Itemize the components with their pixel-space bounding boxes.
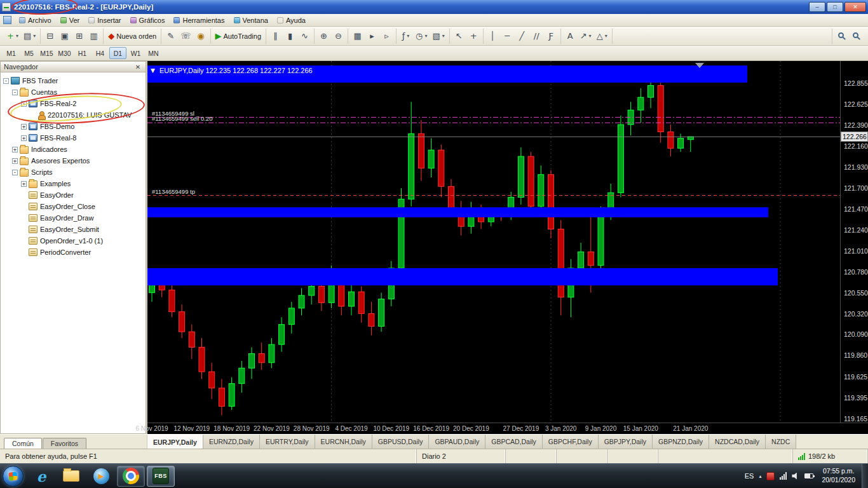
crosshair-button[interactable]: + <box>466 29 481 44</box>
order-lines[interactable]: #1134659499 sl#1134659499 sell 0.20#1134… <box>147 110 840 196</box>
taskbar-app-explorer[interactable] <box>57 466 85 487</box>
nav-item-fbs-trader[interactable]: -FBS Trader <box>1 75 146 86</box>
new-order-button[interactable]: ◆Nueva orden <box>105 29 159 44</box>
show-desktop-button[interactable] <box>862 464 868 488</box>
menu-item-ayuda[interactable]: Ayuda <box>273 15 310 25</box>
auto-scroll-button[interactable]: ▸ <box>365 29 379 44</box>
nav-item-scripts[interactable]: -Scripts <box>1 166 146 178</box>
nav-item-easyorder-draw[interactable]: EasyOrder_Draw <box>1 212 146 224</box>
line-chart-button[interactable]: ∿ <box>297 29 312 44</box>
new-chart-button[interactable]: +▾ <box>4 29 21 44</box>
nav-item-examples[interactable]: +Examples <box>1 178 146 189</box>
periods-button[interactable]: ◷▾ <box>413 29 430 44</box>
timeframe-m15[interactable]: M15 <box>38 47 55 59</box>
chart-tab-gbpnzd-daily[interactable]: GBPNZD,Daily <box>653 435 709 449</box>
timeframe-h4[interactable]: H4 <box>92 47 109 59</box>
chart-tab-eurtry-daily[interactable]: EURTRY,Daily <box>260 435 315 449</box>
timeframe-d1[interactable]: D1 <box>109 47 126 59</box>
tree-expand-icon[interactable]: + <box>12 147 18 152</box>
hidden-icons-chevron[interactable]: ▴ <box>759 473 761 479</box>
nav-item-periodconverter[interactable]: PeriodConverter <box>1 247 146 258</box>
chart-tab-gbpaud-daily[interactable]: GBPAUD,Daily <box>429 435 485 449</box>
chat-button[interactable]: ☏ <box>178 29 193 44</box>
minimize-button[interactable]: – <box>809 2 825 12</box>
chart-tab-eurjpy-daily[interactable]: EURJPY,Daily <box>147 435 203 449</box>
nav-item-indicadores[interactable]: +Indicadores <box>1 144 146 155</box>
tree-expand-icon[interactable]: - <box>12 170 18 175</box>
nav-item-fbs-real-8[interactable]: +FBS-Real-8 <box>1 132 146 144</box>
chart-tab-gbpcad-daily[interactable]: GBPCAD,Daily <box>485 435 543 449</box>
text-label-button[interactable]: A <box>563 29 578 44</box>
nav-item-easyorder-submit[interactable]: EasyOrder_Submit <box>1 224 146 235</box>
chart-tab-gbpjpy-daily[interactable]: GBPJPY,Daily <box>599 435 653 449</box>
taskbar-app-fbs[interactable]: FBS <box>147 466 175 487</box>
navigator-toggle-button[interactable]: ⊞ <box>72 29 86 44</box>
tree-expand-icon[interactable]: + <box>21 124 27 130</box>
tree-expand-icon[interactable]: - <box>12 90 18 95</box>
menu-item-ventana[interactable]: Ventana <box>229 15 273 25</box>
price-scale[interactable]: 122.855122.625122.390122.160121.930121.7… <box>840 61 868 423</box>
tree-expand-icon[interactable]: - <box>3 78 9 84</box>
terminal-button[interactable]: ▥ <box>86 29 101 44</box>
chart-tab-eurnzd-daily[interactable]: EURNZD,Daily <box>203 435 260 449</box>
tree-expand-icon[interactable]: + <box>21 181 27 187</box>
menu-item-insertar[interactable]: Insertar <box>84 15 125 25</box>
taskbar-app-chrome[interactable] <box>117 466 145 487</box>
tile-windows-button[interactable]: ▦ <box>350 29 365 44</box>
chart-tab-eurcnh-daily[interactable]: EURCNH,Daily <box>315 435 372 449</box>
nav-item-fbs-demo[interactable]: +FBS-Demo <box>1 121 146 132</box>
one-click-trading-icon[interactable]: ▼ <box>151 67 155 74</box>
menu-item-ver[interactable]: Ver <box>56 15 85 25</box>
shapes-button[interactable]: △▾ <box>594 29 610 44</box>
trendline-button[interactable]: ╱ <box>515 29 529 44</box>
start-button[interactable] <box>3 466 24 487</box>
menu-item-herramientas[interactable]: Herramientas <box>169 15 229 25</box>
arrow-tools-button[interactable]: ↗▾ <box>578 29 594 44</box>
timeframe-mn[interactable]: MN <box>145 47 162 59</box>
data-window-button[interactable]: ▣ <box>57 29 72 44</box>
autotrading-button[interactable]: ▶AutoTrading <box>213 29 264 44</box>
zoom-out-button[interactable]: ⊖ <box>331 29 346 44</box>
search-button[interactable] <box>834 29 849 44</box>
clock[interactable]: 07:55 p.m. 20/01/2020 <box>818 467 858 484</box>
navigator-tab-favoritos[interactable]: Favoritos <box>43 438 86 449</box>
close-button[interactable]: ✕ <box>844 2 866 12</box>
fibonacci-button[interactable]: Ƒ <box>544 29 559 44</box>
chart-shift-button[interactable]: ▹ <box>379 29 394 44</box>
navigator-close-icon[interactable]: ✕ <box>133 64 142 71</box>
taskbar-app-media-player[interactable]: ▶ <box>87 466 115 487</box>
notification-icon[interactable] <box>766 472 775 480</box>
community-search-button[interactable] <box>849 29 864 44</box>
timeframe-m5[interactable]: M5 <box>20 47 37 59</box>
candlestick-chart-button[interactable]: ▮ <box>283 29 297 44</box>
nav-item-easyorder[interactable]: EasyOrder <box>1 189 146 201</box>
profiles-button[interactable]: ▤▾ <box>21 29 38 44</box>
timeframe-m1[interactable]: M1 <box>3 47 20 59</box>
chart-tab-gbpusd-daily[interactable]: GBPUSD,Daily <box>372 435 430 449</box>
timeframe-w1[interactable]: W1 <box>127 47 144 59</box>
equidistant-channel-button[interactable]: // <box>529 29 544 44</box>
tree-expand-icon[interactable]: + <box>12 158 18 164</box>
support-resistance-zones[interactable] <box>147 65 778 285</box>
chart-tab-gbpchf-daily[interactable]: GBPCHF,Daily <box>543 435 599 449</box>
menu-item-gr-ficos[interactable]: Gráficos <box>126 15 170 25</box>
zoom-in-button[interactable]: ⊕ <box>316 29 331 44</box>
vertical-line-button[interactable]: │ <box>485 29 500 44</box>
nav-item-asesores-expertos[interactable]: +Asesores Expertos <box>1 155 146 166</box>
volume-icon[interactable] <box>792 473 799 480</box>
menu-item-archivo[interactable]: Archivo <box>15 15 56 25</box>
chart-tab-nzdcad-daily[interactable]: NZDCAD,Daily <box>709 435 766 449</box>
chart-canvas[interactable]: #1134659499 sl#1134659499 sell 0.20#1134… <box>147 61 840 423</box>
templates-button[interactable]: ▧▾ <box>430 29 447 44</box>
date-axis[interactable]: 6 Nov 201912 Nov 201918 Nov 201922 Nov 2… <box>147 423 868 434</box>
nav-item-cuentas[interactable]: -Cuentas <box>1 86 146 98</box>
language-indicator[interactable]: ES <box>745 472 754 480</box>
indicators-button[interactable]: ƒ▾ <box>398 29 413 44</box>
tree-expand-icon[interactable]: + <box>21 135 27 141</box>
network-icon[interactable] <box>780 472 787 480</box>
cursor-button[interactable]: ↖ <box>452 29 466 44</box>
tree-expand-icon[interactable]: - <box>21 101 27 107</box>
timeframe-h1[interactable]: H1 <box>74 47 91 59</box>
nav-item-220107516-luis-gustav[interactable]: 220107516: LUIS GUSTAV <box>1 109 146 121</box>
market-watch-button[interactable]: ⊟ <box>43 29 57 44</box>
